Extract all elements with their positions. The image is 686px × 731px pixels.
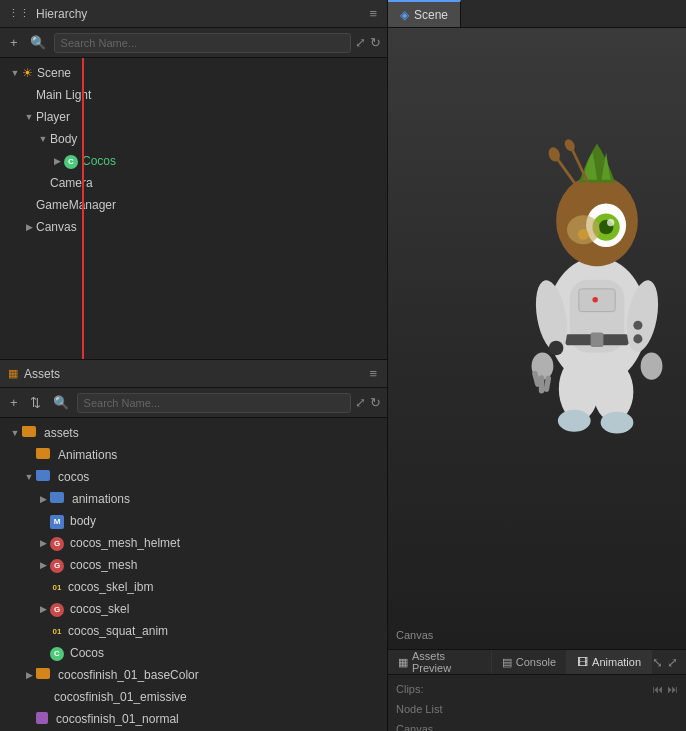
svg-point-19 <box>549 341 564 356</box>
tab-label-animation: Animation <box>592 656 641 668</box>
tree-item-animations2[interactable]: animations <box>0 488 387 510</box>
tree-item-cocos-asset[interactable]: C Cocos <box>0 642 387 664</box>
svg-point-32 <box>633 321 642 330</box>
bottom-canvas-label: Canvas <box>396 723 433 731</box>
tree-item-animations[interactable]: Animations <box>0 444 387 466</box>
tree-arrow-cocosfinish-base <box>22 670 36 680</box>
tree-label-canvas: Canvas <box>36 220 77 234</box>
tree-item-cocosfinish-base[interactable]: cocosfinish_01_baseColor <box>0 664 387 686</box>
bottom-panel: ▦ Assets Preview ▤ Console 🎞 Animation ⤡… <box>388 649 686 731</box>
svg-point-29 <box>563 137 577 153</box>
hierarchy-search-input[interactable] <box>54 33 351 53</box>
hierarchy-tree-container: ☀ Scene Main Light Player <box>0 58 387 359</box>
tree-label-animations: Animations <box>58 448 117 462</box>
scene-tab-label: Scene <box>414 8 448 22</box>
console-icon: ▤ <box>502 656 512 669</box>
scene-tab[interactable]: ◈ Scene <box>388 0 461 27</box>
tree-arrow-assets-root <box>8 428 22 438</box>
tab-label-assets-preview: Assets Preview <box>412 650 481 674</box>
node-list-label: Node List <box>396 703 442 715</box>
tree-item-player[interactable]: Player <box>0 106 387 128</box>
hierarchy-title: Hierarchy <box>36 7 361 21</box>
svg-line-28 <box>572 148 588 183</box>
svg-line-26 <box>556 157 579 189</box>
folder-icon-animations2 <box>50 492 64 506</box>
tree-label-cocos-squat-anim: cocos_squat_anim <box>68 624 168 638</box>
tree-item-assets-root[interactable]: assets <box>0 422 387 444</box>
tree-item-canvas[interactable]: Canvas <box>0 216 387 238</box>
tab-animation[interactable]: 🎞 Animation <box>567 650 652 674</box>
panel-collapse-btn[interactable]: ⤡ <box>652 655 663 670</box>
tree-arrow-cocos-mesh <box>36 560 50 570</box>
assets-search-input[interactable] <box>77 393 351 413</box>
animation-icon: 🎞 <box>577 656 588 668</box>
tree-item-cocos-mesh[interactable]: G cocos_mesh <box>0 554 387 576</box>
tree-arrow-cocos-folder <box>22 472 36 482</box>
tree-item-cocos-mesh-helmet[interactable]: G cocos_mesh_helmet <box>0 532 387 554</box>
hierarchy-menu-btn[interactable]: ≡ <box>367 4 379 23</box>
skip-start-icon[interactable]: ⏮ <box>652 683 663 695</box>
zero-one-icon-ibm: 01 <box>50 579 64 595</box>
hierarchy-refresh-btn[interactable]: ↻ <box>370 35 381 50</box>
tab-assets-preview[interactable]: ▦ Assets Preview <box>388 650 492 674</box>
tree-label-scene: Scene <box>37 66 71 80</box>
tree-item-cocos-squat-anim[interactable]: 01 cocos_squat_anim <box>0 620 387 642</box>
tab-console[interactable]: ▤ Console <box>492 650 567 674</box>
svg-point-7 <box>592 297 597 302</box>
tree-item-camera[interactable]: Camera <box>0 172 387 194</box>
bottom-tab-panel: ▦ Assets Preview ▤ Console 🎞 Animation ⤡… <box>388 650 686 731</box>
assets-refresh-btn[interactable]: ↻ <box>370 395 381 410</box>
assets-tree: assets Animations cocos <box>0 418 387 731</box>
tree-label-cocos-asset: Cocos <box>70 646 104 660</box>
tree-item-assets-body[interactable]: M body <box>0 510 387 532</box>
tree-item-cocos-skel-ibm[interactable]: 01 cocos_skel_ibm <box>0 576 387 598</box>
hierarchy-add-btn[interactable]: + <box>6 33 22 52</box>
tree-label-gamemanager: GameManager <box>36 198 116 212</box>
skip-end-icon[interactable]: ⏭ <box>667 683 678 695</box>
svg-point-16 <box>558 410 591 432</box>
tree-label-player: Player <box>36 110 70 124</box>
red-g-icon-skel: G <box>50 601 64 617</box>
tab-label-console: Console <box>516 656 556 668</box>
hierarchy-panel-header: ⋮⋮ Hierarchy ≡ <box>0 0 387 28</box>
tree-arrow-cocos-skel <box>36 604 50 614</box>
svg-rect-3 <box>591 333 604 348</box>
folder-icon-cocos <box>36 470 50 484</box>
tree-label-cocos-mesh: cocos_mesh <box>70 558 137 572</box>
character-3d <box>497 38 686 458</box>
tree-label-assets-root: assets <box>44 426 79 440</box>
tree-label-assets-body: body <box>70 514 96 528</box>
tree-label-cocosfinish-normal: cocosfinish_01_normal <box>56 712 179 726</box>
assets-search-icon[interactable]: 🔍 <box>49 393 73 412</box>
assets-menu-btn[interactable]: ≡ <box>367 364 379 383</box>
assets-add-btn[interactable]: + <box>6 393 22 412</box>
tree-arrow-cocos-mesh-helmet <box>36 538 50 548</box>
hierarchy-search-icon[interactable]: 🔍 <box>26 33 50 52</box>
tree-item-body[interactable]: Body <box>0 128 387 150</box>
panel-expand-btn[interactable]: ⤢ <box>667 655 678 670</box>
red-g-icon-mesh: G <box>50 557 64 573</box>
tree-item-cocosfinish-normal[interactable]: cocosfinish_01_normal <box>0 708 387 730</box>
assets-sort-btn[interactable]: ⇅ <box>26 393 45 412</box>
cocos-icon: C <box>64 153 78 169</box>
assets-icon: ▦ <box>8 367 18 380</box>
hierarchy-toolbar: + 🔍 ⤢ ↻ <box>0 28 387 58</box>
tree-item-gamemanager[interactable]: GameManager <box>0 194 387 216</box>
clips-controls: ⏮ ⏭ <box>652 683 678 695</box>
scene-canvas: Canvas <box>388 28 686 649</box>
tree-item-cocos[interactable]: C Cocos <box>0 150 387 172</box>
tree-item-scene[interactable]: ☀ Scene <box>0 62 387 84</box>
tree-label-mainlight: Main Light <box>36 88 91 102</box>
assets-expand-btn[interactable]: ⤢ <box>355 395 366 410</box>
tree-item-mainlight[interactable]: Main Light <box>0 84 387 106</box>
tree-item-cocos-skel[interactable]: G cocos_skel <box>0 598 387 620</box>
svg-point-14 <box>641 353 663 380</box>
tree-arrow-player <box>22 112 36 122</box>
hierarchy-expand-btn[interactable]: ⤢ <box>355 35 366 50</box>
tree-item-cocos-folder[interactable]: cocos <box>0 466 387 488</box>
canvas-row: Canvas <box>396 719 678 731</box>
sun-icon: ☀ <box>22 66 33 80</box>
bottom-tabs: ▦ Assets Preview ▤ Console 🎞 Animation ⤡… <box>388 650 686 675</box>
red-g-icon-helmet: G <box>50 535 64 551</box>
tree-item-cocosfinish-emissive[interactable]: cocosfinish_01_emissive <box>0 686 387 708</box>
